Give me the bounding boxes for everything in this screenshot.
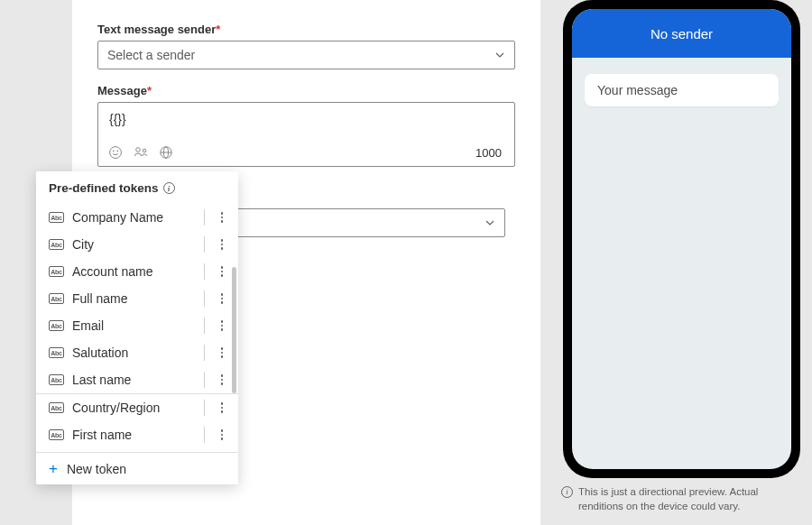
svg-point-4 — [143, 149, 146, 152]
svg-point-2 — [116, 151, 118, 152]
divider — [204, 209, 205, 226]
divider — [204, 290, 205, 307]
text-type-icon: Abc — [49, 402, 64, 413]
text-type-icon: Abc — [49, 374, 64, 385]
text-type-icon: Abc — [49, 429, 64, 440]
new-token-button[interactable]: + New token — [36, 453, 238, 484]
more-icon[interactable] — [215, 429, 229, 440]
message-toolbar: 1000 — [98, 139, 514, 166]
chevron-down-icon — [484, 217, 495, 228]
personalize-icon[interactable] — [133, 144, 149, 161]
message-text[interactable]: {{}} — [98, 103, 514, 139]
divider — [204, 400, 205, 416]
token-item[interactable]: Abc Country/Region — [36, 394, 238, 421]
divider — [204, 236, 205, 253]
token-item[interactable]: Abc Full name — [36, 285, 238, 312]
message-bubble: Your message — [585, 74, 779, 106]
text-type-icon: Abc — [49, 347, 64, 358]
info-icon: i — [561, 486, 573, 498]
divider — [204, 263, 205, 280]
svg-point-3 — [135, 148, 140, 152]
token-item[interactable]: Abc First name — [36, 421, 238, 448]
sender-placeholder: Select a sender — [107, 48, 195, 62]
svg-point-0 — [110, 147, 122, 159]
svg-point-1 — [113, 151, 115, 152]
sender-label: Text message sender* — [97, 23, 515, 36]
divider — [204, 427, 205, 443]
token-item[interactable]: Abc Last name — [36, 366, 238, 393]
message-input[interactable]: {{}} 1000 — [97, 102, 515, 167]
emoji-icon[interactable] — [107, 144, 124, 161]
plus-icon: + — [49, 461, 58, 476]
more-icon[interactable] — [215, 320, 229, 331]
more-icon[interactable] — [215, 402, 229, 413]
scrollbar[interactable] — [232, 267, 236, 393]
text-type-icon: Abc — [49, 266, 64, 277]
phone-preview: No sender Your message — [563, 0, 800, 478]
required-asterisk: * — [147, 84, 152, 97]
required-asterisk: * — [216, 23, 220, 36]
more-icon[interactable] — [215, 293, 229, 304]
phone-body: Your message — [572, 58, 791, 123]
text-type-icon: Abc — [49, 239, 64, 250]
info-icon[interactable]: i — [163, 182, 175, 194]
divider — [204, 345, 205, 361]
globe-icon[interactable] — [158, 144, 174, 161]
message-label: Message* — [97, 84, 515, 97]
token-item[interactable]: Abc Company Name — [36, 204, 238, 231]
tokens-popup: Pre-defined tokens i Abc Company Name Ab… — [36, 171, 238, 484]
phone-screen: No sender Your message — [572, 9, 791, 469]
token-item[interactable]: Abc Account name — [36, 258, 238, 285]
text-type-icon: Abc — [49, 212, 64, 223]
token-item[interactable]: Abc City — [36, 231, 238, 258]
divider — [204, 318, 205, 334]
token-item[interactable]: Abc Email — [36, 312, 238, 339]
phone-header: No sender — [572, 9, 791, 58]
more-icon[interactable] — [215, 239, 229, 250]
tokens-heading: Pre-defined tokens i — [36, 171, 238, 200]
sender-select[interactable]: Select a sender — [97, 41, 515, 69]
more-icon[interactable] — [215, 347, 229, 358]
char-count: 1000 — [475, 146, 505, 160]
text-type-icon: Abc — [49, 293, 64, 304]
chevron-down-icon — [494, 50, 505, 60]
text-type-icon: Abc — [49, 320, 64, 331]
token-item[interactable]: Abc Salutation — [36, 339, 238, 366]
more-icon[interactable] — [215, 266, 229, 277]
more-icon[interactable] — [215, 212, 229, 223]
divider — [204, 372, 205, 388]
more-icon[interactable] — [215, 374, 229, 385]
secondary-select[interactable] — [217, 208, 505, 237]
preview-disclaimer: i This is just a directional preview. Ac… — [561, 485, 805, 513]
tokens-list: Abc Company Name Abc City Abc Account na… — [36, 200, 238, 452]
